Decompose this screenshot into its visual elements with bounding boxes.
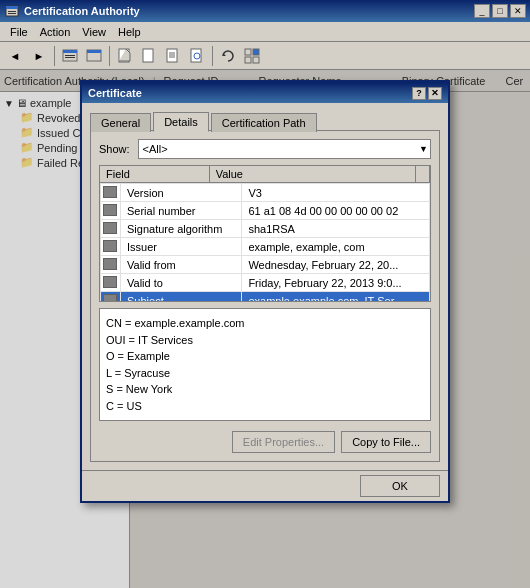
field-icon-cell [101,202,121,220]
svg-rect-21 [245,57,251,63]
field-icon-cell [101,256,121,274]
dropdown-arrow-icon: ▼ [419,144,428,154]
app-icon [4,3,20,19]
view-button[interactable] [241,45,263,67]
field-name-cell: Version [121,184,242,202]
dialog-body: General Details Certification Path Show:… [82,103,448,470]
scroll-spacer [416,166,430,182]
menu-bar: File Action View Help [0,22,530,42]
cert-table: VersionV3Serial number61 a1 08 4d 00 00 … [100,183,430,302]
dialog-help-button[interactable]: ? [412,87,426,100]
edit-properties-button[interactable]: Edit Properties... [232,431,335,453]
field-icon-cell [101,274,121,292]
forward-button[interactable]: ► [28,45,50,67]
field-value-cell: Friday, February 22, 2013 9:0... [242,274,430,292]
minimize-button[interactable]: _ [474,4,490,18]
svg-rect-22 [253,57,259,63]
field-name-cell: Valid from [121,256,242,274]
dialog-title-text: Certificate [88,87,412,99]
field-icon-cell [101,220,121,238]
field-icon-cell [101,292,121,303]
table-row[interactable]: Serial number61 a1 08 4d 00 00 00 00 00 … [101,202,430,220]
field-icon [103,240,117,252]
menu-action[interactable]: Action [34,24,77,40]
show-select[interactable]: <All> ▼ [138,139,431,159]
table-row[interactable]: Valid fromWednesday, February 22, 20... [101,256,430,274]
table-header: Field Value [99,165,431,182]
tab-details[interactable]: Details [153,112,209,132]
menu-file[interactable]: File [4,24,34,40]
show-row: Show: <All> ▼ [99,139,431,159]
field-icon-cell [101,238,121,256]
table-row[interactable]: VersionV3 [101,184,430,202]
field-icon [103,186,117,198]
menu-help[interactable]: Help [112,24,147,40]
dialog-close-button[interactable]: ✕ [428,87,442,100]
field-name-cell: Serial number [121,202,242,220]
doc-button-2[interactable] [138,45,160,67]
tab-general[interactable]: General [90,113,151,132]
toolbar-separator-1 [54,46,55,66]
svg-rect-19 [245,49,251,55]
console-button-2[interactable] [83,45,105,67]
table-row[interactable]: Subjectexample.example.com, IT Ser... [101,292,430,303]
maximize-button[interactable]: □ [492,4,508,18]
cert-table-wrapper: VersionV3Serial number61 a1 08 4d 00 00 … [99,182,431,302]
tab-certification-path[interactable]: Certification Path [211,113,317,132]
field-name-cell: Valid to [121,274,242,292]
detail-text: CN = example.example.com OUI = IT Servic… [106,315,424,414]
field-name-cell: Issuer [121,238,242,256]
tab-bar: General Details Certification Path [90,111,440,131]
field-icon [103,204,117,216]
copy-to-file-button[interactable]: Copy to File... [341,431,431,453]
dialog-title-buttons: ? ✕ [412,87,442,100]
field-value-cell: 61 a1 08 4d 00 00 00 00 00 02 [242,202,430,220]
ok-button[interactable]: OK [360,475,440,497]
console-button-1[interactable] [59,45,81,67]
back-button[interactable]: ◄ [4,45,26,67]
field-icon [103,222,117,234]
field-value-cell: Wednesday, February 22, 20... [242,256,430,274]
tab-content-details: Show: <All> ▼ Field Value Versi [90,130,440,462]
window-title: Certification Authority [24,5,474,17]
table-row[interactable]: Signature algorithmsha1RSA [101,220,430,238]
field-value-cell: V3 [242,184,430,202]
svg-rect-1 [6,6,18,9]
svg-rect-9 [87,50,101,53]
show-value: <All> [143,143,168,155]
field-icon [103,276,117,288]
dialog-overlay: Certificate ? ✕ General Details Certific… [0,70,530,588]
menu-view[interactable]: View [76,24,112,40]
toolbar-separator-2 [109,46,110,66]
toolbar-separator-3 [212,46,213,66]
field-icon [103,258,117,270]
field-icon-cell [101,184,121,202]
svg-rect-5 [63,50,77,53]
svg-rect-3 [8,13,16,14]
svg-rect-11 [143,49,153,62]
doc-button-1[interactable] [114,45,136,67]
dialog-footer: Edit Properties... Copy to File... [99,427,431,453]
field-value-cell: sha1RSA [242,220,430,238]
title-bar: Certification Authority _ □ ✕ [0,0,530,22]
field-name-cell: Subject [121,292,242,303]
detail-text-area: CN = example.example.com OUI = IT Servic… [99,308,431,421]
table-row[interactable]: Valid toFriday, February 22, 2013 9:0... [101,274,430,292]
field-value-cell: example, example, com [242,238,430,256]
doc-button-4[interactable] [186,45,208,67]
show-label: Show: [99,143,130,155]
field-name-cell: Signature algorithm [121,220,242,238]
svg-rect-2 [8,11,16,12]
toolbar: ◄ ► [0,42,530,70]
svg-rect-7 [65,57,75,58]
col-field-header: Field [100,166,210,182]
svg-rect-20 [253,49,259,55]
refresh-button[interactable] [217,45,239,67]
table-row[interactable]: Issuerexample, example, com [101,238,430,256]
doc-button-3[interactable] [162,45,184,67]
close-button[interactable]: ✕ [510,4,526,18]
certificate-dialog: Certificate ? ✕ General Details Certific… [80,80,450,503]
window-controls: _ □ ✕ [474,4,526,18]
field-value-cell: example.example.com, IT Ser... [242,292,430,303]
col-value-header: Value [210,166,416,182]
